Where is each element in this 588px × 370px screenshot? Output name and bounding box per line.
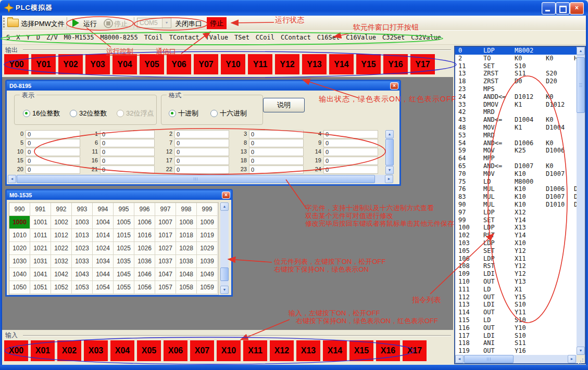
- m-window-close-button[interactable]: ×: [222, 192, 230, 199]
- d-register-17[interactable]: 170: [159, 157, 233, 165]
- d-register-19[interactable]: 190: [308, 157, 382, 165]
- m-bit-1030[interactable]: 1030: [9, 255, 30, 268]
- device-button-TValue[interactable]: TValue: [206, 34, 228, 41]
- instruction-row-112[interactable]: 112OUTY15: [455, 294, 577, 301]
- instruction-row-70[interactable]: 70MOVK10D1007: [455, 170, 577, 178]
- radio-十进制[interactable]: 十进制: [169, 109, 198, 118]
- m-bit-1013[interactable]: 1013: [72, 229, 93, 242]
- input-X12-button[interactable]: X12: [270, 340, 294, 361]
- device-button-M0M1535[interactable]: M0-M1535: [64, 34, 94, 41]
- scroll-up-icon[interactable]: ▲: [577, 47, 585, 55]
- output-Y15-button[interactable]: Y15: [356, 54, 381, 74]
- m-bit-1002[interactable]: 1002: [51, 216, 72, 229]
- m-bit-1035[interactable]: 1035: [114, 255, 134, 268]
- instruction-row-42[interactable]: 42MRD: [455, 108, 577, 116]
- input-X00-button[interactable]: X00: [4, 340, 28, 361]
- m-bit-1029[interactable]: 1029: [197, 242, 218, 255]
- d-register-value[interactable]: 0: [323, 165, 378, 174]
- m-bit-1008[interactable]: 1008: [176, 216, 197, 229]
- input-X14-button[interactable]: X14: [323, 340, 347, 361]
- d-grid-hscrollbar[interactable]: ◄ ►: [8, 175, 393, 183]
- m-bit-1016[interactable]: 1016: [134, 229, 155, 242]
- instruction-row-2[interactable]: 2TOK0K0H:: [455, 55, 577, 62]
- output-Y17-button[interactable]: Y17: [410, 54, 435, 74]
- output-Y00-button[interactable]: Y00: [4, 54, 29, 74]
- com-port-select[interactable]: COM5 ▼: [137, 18, 171, 28]
- output-Y06-button[interactable]: Y06: [167, 54, 191, 74]
- instruction-row-53[interactable]: 53MRD: [455, 132, 577, 139]
- input-X11-button[interactable]: X11: [243, 340, 267, 361]
- input-X02-button[interactable]: X02: [57, 340, 81, 361]
- d-register-value[interactable]: 0: [26, 157, 80, 165]
- d-window-close-button[interactable]: ×: [390, 82, 398, 90]
- d-register-6[interactable]: 60: [84, 139, 159, 148]
- d-register-7[interactable]: 70: [159, 139, 233, 148]
- d-register-value[interactable]: 0: [26, 165, 80, 174]
- instruction-row-64[interactable]: 64MPP: [455, 155, 577, 162]
- m-bit-1027[interactable]: 1027: [155, 242, 176, 255]
- open-pmw-file-button[interactable]: 选择PMW文件: [21, 19, 65, 29]
- input-X04-button[interactable]: X04: [110, 340, 134, 361]
- instruction-row-114[interactable]: 114OUTY11: [455, 309, 577, 316]
- d-register-14[interactable]: 140: [308, 148, 382, 157]
- output-Y04-button[interactable]: Y04: [112, 54, 137, 74]
- m-bit-1004[interactable]: 1004: [93, 216, 114, 229]
- d-register-value[interactable]: 0: [100, 130, 155, 138]
- d-register-value[interactable]: 0: [249, 130, 304, 138]
- output-Y02-button[interactable]: Y02: [58, 54, 83, 74]
- scroll-left-icon[interactable]: ◄: [455, 355, 464, 363]
- m-bit-1006[interactable]: 1006: [134, 216, 155, 229]
- output-Y01-button[interactable]: Y01: [31, 54, 56, 74]
- m-bit-1057[interactable]: 1057: [155, 281, 176, 294]
- d-register-16[interactable]: 160: [84, 157, 159, 165]
- instruction-row-65[interactable]: 65AND<=D1007K0: [455, 162, 577, 170]
- m-bit-1000[interactable]: 1000: [9, 216, 30, 229]
- m-bit-1001[interactable]: 1001: [30, 216, 51, 229]
- scroll-down-icon[interactable]: ▼: [385, 166, 394, 174]
- instruction-row-118[interactable]: 118ANIS11: [455, 339, 577, 347]
- m-bit-992[interactable]: 992: [51, 203, 72, 216]
- instruction-row-103[interactable]: 103LDPX10: [455, 239, 577, 247]
- d-register-value[interactable]: 0: [174, 148, 229, 156]
- m-bit-1031[interactable]: 1031: [30, 255, 51, 268]
- output-Y07-button[interactable]: Y07: [194, 54, 218, 74]
- d-register-8[interactable]: 80: [233, 139, 308, 148]
- d-register-15[interactable]: 150: [10, 157, 84, 165]
- scroll-down-icon[interactable]: ▼: [220, 286, 229, 294]
- input-X07-button[interactable]: X07: [190, 340, 214, 361]
- instr-vscroll-thumb[interactable]: [577, 57, 585, 113]
- d-register-24[interactable]: 240: [308, 165, 382, 174]
- m-bit-1058[interactable]: 1058: [176, 281, 197, 294]
- instruction-row-23[interactable]: 23MPS: [455, 85, 577, 93]
- d-register-22[interactable]: 220: [159, 165, 233, 174]
- output-Y13-button[interactable]: Y13: [302, 54, 327, 74]
- m-bit-1036[interactable]: 1036: [134, 255, 155, 268]
- device-button-M80008255[interactable]: M8000-8255: [100, 34, 137, 41]
- scroll-down-icon[interactable]: ▼: [577, 347, 585, 355]
- d-register-value[interactable]: 0: [249, 165, 304, 174]
- instruction-row-59[interactable]: 59MOVK25D1006: [455, 147, 577, 155]
- maximize-button[interactable]: [556, 2, 570, 15]
- m-bit-1025[interactable]: 1025: [114, 242, 134, 255]
- scroll-up-icon[interactable]: ▲: [220, 202, 229, 211]
- help-button[interactable]: 说明: [263, 98, 305, 112]
- instruction-row-54[interactable]: 54AND<=D1006K0: [455, 139, 577, 147]
- m-bit-995[interactable]: 995: [114, 203, 134, 216]
- instruction-row-97[interactable]: 97LDPX12: [455, 209, 577, 216]
- instruction-row-109[interactable]: 109LDIY12: [455, 270, 577, 278]
- instruction-row-11[interactable]: 11SETS10: [455, 62, 577, 70]
- d-register-4[interactable]: 40: [308, 130, 382, 139]
- m-bit-1042[interactable]: 1042: [51, 268, 72, 281]
- device-button-C16Set[interactable]: C16Set: [317, 34, 340, 41]
- scroll-up-icon[interactable]: ▲: [385, 130, 394, 138]
- m-bit-994[interactable]: 994: [93, 203, 114, 216]
- m-bit-991[interactable]: 991: [30, 203, 51, 216]
- d-register-3[interactable]: 30: [233, 130, 308, 139]
- m-bit-1055[interactable]: 1055: [114, 281, 134, 294]
- m-bit-1015[interactable]: 1015: [114, 229, 134, 242]
- device-button-CContact[interactable]: CContact: [281, 34, 311, 41]
- m-bit-990[interactable]: 990: [9, 203, 30, 216]
- d-register-value[interactable]: 0: [100, 165, 155, 174]
- output-Y03-button[interactable]: Y03: [85, 54, 110, 74]
- instruction-row-99[interactable]: 99SETY14: [455, 216, 577, 224]
